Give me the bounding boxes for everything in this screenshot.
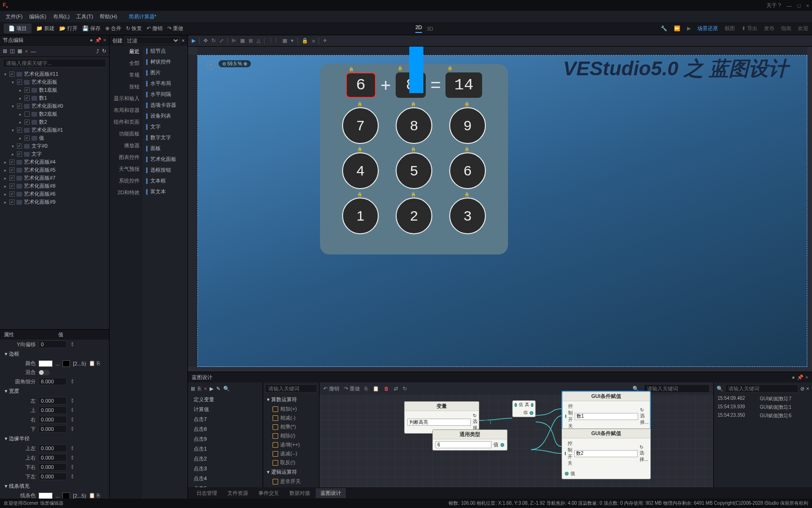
create-category[interactable]: 全部 <box>109 57 142 69</box>
tree-icon-1[interactable]: ⊞ <box>3 48 7 54</box>
close-panel-icon[interactable]: × <box>103 37 106 43</box>
create-item[interactable]: 组节点 <box>142 46 187 56</box>
pin-icon[interactable]: 📌 <box>95 37 102 43</box>
bp-def-item[interactable]: 点击1 <box>188 444 263 454</box>
calc-key-9[interactable]: 9 <box>449 107 486 144</box>
welcome-button[interactable]: 欢迎 <box>798 25 808 32</box>
tree-item[interactable]: ▾✓艺术化面板#1 <box>0 126 109 134</box>
vp-align-icon[interactable]: ⊫ <box>232 38 236 44</box>
menu-edit[interactable]: 编辑(E) <box>26 12 49 21</box>
nav-compass-icon[interactable]: ✥ <box>206 60 216 70</box>
tree-item[interactable]: ▸✓艺术化面板#5 <box>0 166 109 174</box>
vp-group-icon[interactable]: ⊞ <box>249 38 253 44</box>
create-category[interactable]: 显示和输入 <box>109 93 142 104</box>
bp-def-item[interactable]: 点击9 <box>188 434 263 444</box>
calc-key-3[interactable]: 3 <box>449 198 486 234</box>
create-category-list[interactable]: 最近全部常规按钮显示和输入布局和容器组件和页面功能面板播放器图表控件天气预报系统… <box>109 46 142 499</box>
tree-item[interactable]: ▾✓艺术化面板#0 <box>0 102 109 110</box>
bp-log-clear-icon[interactable]: ⊘ <box>800 386 804 392</box>
bp-add-icon[interactable]: ⊞ <box>191 386 195 392</box>
bp-close-icon[interactable]: × <box>805 374 808 381</box>
prop-bl-input[interactable] <box>39 473 67 480</box>
create-category[interactable]: 常规 <box>109 69 142 81</box>
refresh-icon[interactable]: ↻ <box>102 48 106 54</box>
bp-log-search[interactable] <box>725 384 798 393</box>
create-close-icon[interactable]: × <box>182 38 185 43</box>
node-variable[interactable]: 变量 ↻ 选择...值 <box>404 401 479 434</box>
bp-logic-category[interactable]: ▾ 逻辑运算符 <box>263 467 319 477</box>
bp-paste-icon[interactable]: 📋 <box>373 386 379 392</box>
vp-grid-icon[interactable]: ▦ <box>282 38 287 44</box>
tree-item[interactable]: ▾✓文字#0 <box>0 142 109 150</box>
tree-item[interactable]: ▾✓艺术化面板#11 <box>0 70 109 78</box>
color-swatch[interactable] <box>39 360 53 367</box>
linecolor-swatch[interactable] <box>39 492 53 499</box>
vp-select-icon[interactable]: ▶ <box>192 38 195 44</box>
bp-copy-icon[interactable]: ⎘ <box>365 386 368 391</box>
step-icon[interactable]: ⏩ <box>674 25 680 32</box>
bp-redo-button[interactable]: ↷ 重做 <box>344 385 360 392</box>
tree-item[interactable]: ▾✓艺术化面板 <box>0 78 109 86</box>
tree-item[interactable]: ▸✓文字 <box>0 150 109 158</box>
bp-def-item[interactable]: 点击8 <box>188 424 263 434</box>
bp-pin-icon[interactable]: 📌 <box>797 374 804 381</box>
bp-log-close-icon[interactable]: × <box>806 386 809 391</box>
bp-math-category[interactable]: ▾ 算数运算符 <box>263 395 319 405</box>
tree-item[interactable]: ▸✓值 <box>0 134 109 142</box>
bp-def-item[interactable]: 定义变量 <box>188 395 263 405</box>
calc-key-6[interactable]: 6 <box>449 152 486 189</box>
create-item[interactable]: 艺术化面板 <box>142 154 187 165</box>
prop-top-input[interactable] <box>39 406 67 414</box>
create-category[interactable]: 布局和容器 <box>109 104 142 116</box>
bp-del-icon[interactable]: × <box>204 386 207 391</box>
bp-play-icon[interactable]: ▶ <box>210 386 213 392</box>
vp-scale-icon[interactable]: ⤢ <box>219 38 224 44</box>
prop-radius-section[interactable]: ▾ 边缘半径 <box>0 434 109 444</box>
minimize-button[interactable]: — <box>787 3 792 8</box>
vp-dropdown-icon[interactable]: ▾ <box>291 38 294 44</box>
export-button[interactable]: ⬆ 导出 <box>742 25 757 32</box>
guide-button[interactable]: 指南 <box>781 25 791 32</box>
tree-item[interactable]: ▸✓数1底板 <box>0 86 109 94</box>
view-2d-tab[interactable]: 2D <box>415 24 422 33</box>
redo-button[interactable]: ↷ 重做 <box>167 25 183 32</box>
prop-tl-input[interactable] <box>39 444 67 452</box>
bp-search-icon[interactable]: 🔍 <box>223 386 230 392</box>
bottom-tab[interactable]: 文件资源 <box>223 488 253 498</box>
node-branch[interactable]: 值真 假 <box>512 400 536 417</box>
open-button[interactable]: 📂 打开 <box>59 25 78 32</box>
create-item[interactable]: 水平间隔 <box>142 89 187 100</box>
bp-op-item[interactable]: 相减(-) <box>263 413 319 422</box>
create-category[interactable]: 2D和特效 <box>109 187 142 198</box>
node-gui1-field[interactable] <box>575 413 638 420</box>
vp-measure-icon[interactable]: △ <box>257 38 260 44</box>
create-category[interactable]: 天气预报 <box>109 163 142 175</box>
bp-dot-icon[interactable]: ● <box>792 374 795 381</box>
bp-canvas-search[interactable] <box>644 384 710 393</box>
prop-round-input[interactable] <box>39 378 67 385</box>
tree-item[interactable]: ▸✓数2 <box>0 118 109 126</box>
bp-op-item[interactable]: 递减(--) <box>263 449 319 458</box>
bp-op-item[interactable]: 相除(/) <box>263 431 319 440</box>
create-item[interactable]: 数字文字 <box>142 132 187 143</box>
menu-layout[interactable]: 布局(L) <box>50 12 72 21</box>
prop-width-section[interactable]: ▾ 宽度 <box>0 386 109 396</box>
tree-item[interactable]: ▸数2底板 <box>0 110 109 118</box>
prop-right-input[interactable] <box>39 416 67 423</box>
prop-border-section[interactable]: ▾ 边框 <box>0 349 109 359</box>
prop-linefill-section[interactable]: ▾ 线条填充 <box>0 481 109 491</box>
node-var-out-port[interactable] <box>490 421 491 424</box>
undo-button[interactable]: ↶ 撤销 <box>147 25 163 32</box>
bp-trash-icon[interactable]: 🗑 <box>384 386 389 391</box>
view-3d-tab[interactable]: 3D <box>427 26 433 32</box>
tree-item[interactable]: ▸✓艺术化面板#6 <box>0 190 109 198</box>
tree-icon-3[interactable]: ▦ <box>17 48 22 54</box>
bp-op-item[interactable]: 相乘(*) <box>263 422 319 431</box>
create-item[interactable]: 文本框 <box>142 175 187 186</box>
bp-def-item[interactable]: 点击3 <box>188 464 263 474</box>
bp-ops-search[interactable] <box>265 384 317 393</box>
node-var-field[interactable] <box>407 419 471 426</box>
blueprint-canvas[interactable]: ↶ 撤销 ↷ 重做 ⎘ 📋 🗑 ⇄ ↻ 🔍 <box>320 382 713 487</box>
bp-def-item[interactable]: 计算值 <box>188 405 263 414</box>
tree-item[interactable]: ▸✓艺术化面板#8 <box>0 182 109 190</box>
